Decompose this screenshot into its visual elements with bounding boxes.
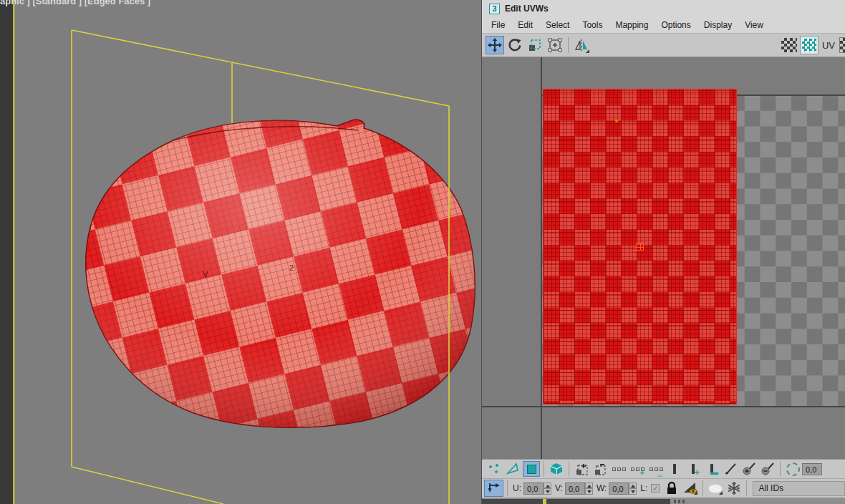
selection-center-gizmo[interactable]: [636, 243, 644, 251]
uv-channel-label: UV: [822, 40, 835, 51]
menu-file[interactable]: File: [485, 18, 511, 32]
polygon-mode-button[interactable]: [523, 461, 540, 477]
transform-typein-icon: [487, 481, 501, 495]
v-value-field[interactable]: 0,0: [565, 483, 585, 495]
scale-tool-button[interactable]: [526, 36, 544, 54]
transform-toolbar: UV: [482, 34, 845, 57]
freeze-icon: [727, 481, 741, 495]
loop-icon: [612, 467, 626, 471]
window-bottom-edge: [482, 498, 845, 504]
loop-select-button[interactable]: [610, 461, 627, 477]
shrink-selection-button[interactable]: [592, 461, 609, 477]
move-icon: [488, 38, 502, 52]
scale-icon: [528, 38, 542, 52]
material-id-filter-dropdown[interactable]: All IDs: [753, 481, 845, 496]
show-map-icon: [802, 39, 816, 52]
show-map-toggle-button[interactable]: [800, 36, 819, 54]
freeze-button[interactable]: [725, 480, 743, 496]
partial-icon[interactable]: [839, 37, 845, 53]
loop-shift-button[interactable]: ‗: [647, 461, 665, 477]
w-value-field[interactable]: 0,0: [609, 483, 629, 495]
menu-mapping[interactable]: Mapping: [609, 18, 655, 32]
ring-icon: [673, 464, 676, 474]
freeform-tool-button[interactable]: [546, 36, 564, 54]
viewport-left-strip: [0, 0, 13, 504]
chamfer-box-object[interactable]: [86, 120, 475, 427]
soft-selection-value-field[interactable]: 0,0: [802, 463, 822, 475]
uv-grid-toggle-button[interactable]: [780, 36, 798, 54]
grow-selection-button[interactable]: [573, 461, 590, 477]
toolbar-separator: [568, 37, 569, 53]
toolbar-separator: [569, 461, 569, 477]
soft-selection-icon: [786, 462, 800, 476]
lock-selected-button[interactable]: [663, 480, 680, 496]
lock-aspect-checkbox[interactable]: ✓: [651, 484, 660, 493]
paint-select-button[interactable]: [722, 461, 739, 477]
move-tool-button[interactable]: [486, 36, 504, 54]
ring-shift-button[interactable]: ▬: [703, 461, 720, 477]
rotate-tool-button[interactable]: [506, 36, 524, 54]
titlebar[interactable]: 3 Edit UVWs: [482, 0, 845, 17]
vertex-mode-button[interactable]: [486, 461, 503, 477]
w-spinner[interactable]: [629, 483, 637, 495]
viewport-overlay-mark: 2: [289, 263, 294, 272]
paint-add-button[interactable]: [740, 461, 758, 477]
toolbar-separator: [780, 461, 781, 477]
element-icon: [549, 462, 564, 476]
edit-uvws-window: 3 Edit UVWs File Edit Select Tools Mappi…: [481, 0, 845, 504]
v-spinner[interactable]: [585, 483, 593, 495]
edge-icon: [506, 462, 520, 475]
uv-grid-icon: [781, 38, 797, 52]
menu-options[interactable]: Options: [655, 18, 697, 32]
paint-subtract-button[interactable]: [759, 461, 776, 477]
vertex-icon: [488, 462, 501, 475]
hide-button[interactable]: [707, 480, 724, 496]
menu-view[interactable]: View: [738, 18, 770, 32]
toolbar-separator: [702, 480, 703, 496]
freeform-icon: [548, 38, 562, 52]
viewport-render: V 2: [0, 0, 481, 504]
menu-edit[interactable]: Edit: [511, 18, 539, 32]
uv-status-bar: U: 0,0 V: 0,0 W: 0,0 L: ✓: [482, 478, 845, 498]
grow-selection-icon: [574, 462, 589, 476]
v-label: V:: [555, 483, 563, 493]
uv-editor-canvas[interactable]: [482, 57, 845, 459]
uv-tile-left-gridline: [541, 57, 542, 459]
selection-mode-toolbar: + ‗ + ▬: [482, 459, 845, 478]
filter-selected-faces-icon: [682, 481, 698, 495]
stray-vertex-dot: [615, 120, 618, 122]
loop-grow-button[interactable]: +: [629, 461, 646, 477]
edge-mode-button[interactable]: [504, 461, 521, 477]
perspective-viewport[interactable]: V 2 aphic ] [Standard ] [Edged Faces ]: [0, 0, 481, 504]
lock-selected-icon: [665, 481, 679, 495]
polygon-icon: [527, 465, 536, 474]
w-label: W:: [597, 483, 607, 493]
soft-selection-button[interactable]: [784, 461, 801, 477]
max-logo-icon: 3: [489, 4, 500, 14]
paint-add-icon: [742, 462, 756, 476]
u-spinner[interactable]: [544, 483, 551, 495]
uv-tile-bottom-gridline: [482, 406, 845, 407]
u-value-field[interactable]: 0,0: [523, 483, 544, 495]
viewport-border-line: [13, 0, 15, 504]
toolbar-separator: [746, 480, 747, 496]
shrink-selection-icon: [593, 462, 607, 476]
paint-select-icon: [723, 462, 738, 476]
toolbar-separator: [507, 480, 508, 496]
hide-icon: [709, 485, 722, 493]
rotate-icon: [508, 38, 522, 52]
mirror-tool-button[interactable]: [572, 36, 591, 54]
viewport-overlay-mark: V: [203, 270, 208, 278]
filter-selected-faces-button[interactable]: [682, 480, 699, 496]
ring-select-button[interactable]: [666, 461, 683, 477]
toolbar-separator: [544, 461, 544, 477]
menu-select[interactable]: Select: [539, 18, 576, 32]
window-title: Edit UVWs: [505, 4, 549, 14]
transform-typein-button[interactable]: [484, 480, 503, 497]
menu-display[interactable]: Display: [697, 18, 738, 32]
viewport-label[interactable]: aphic ] [Standard ] [Edged Faces ]: [0, 0, 150, 6]
element-mode-button[interactable]: [548, 461, 565, 477]
menu-tools[interactable]: Tools: [576, 18, 609, 32]
u-label: U:: [513, 483, 521, 493]
ring-grow-button[interactable]: +: [685, 461, 702, 477]
